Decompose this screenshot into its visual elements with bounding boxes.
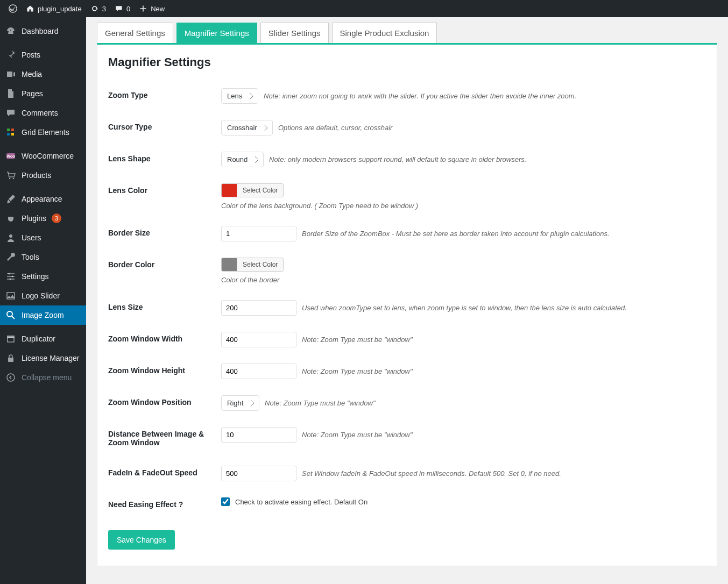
page-icon bbox=[5, 88, 16, 99]
sidebar-item-products[interactable]: Products bbox=[0, 166, 86, 185]
color-picker-border[interactable]: Select Color bbox=[221, 258, 284, 272]
wordpress-icon bbox=[9, 4, 17, 13]
sidebar-item-label: Posts bbox=[22, 51, 40, 59]
sidebar-item-image-zoom[interactable]: Image Zoom bbox=[0, 305, 86, 325]
input-fade-speed[interactable] bbox=[221, 466, 296, 481]
sidebar-item-duplicator[interactable]: Duplicator bbox=[0, 329, 86, 348]
select-zoom-type[interactable]: Lens bbox=[222, 89, 258, 103]
svg-rect-1 bbox=[7, 129, 10, 131]
sidebar-item-dashboard[interactable]: Dashboard bbox=[0, 22, 86, 41]
sidebar-item-license-manager[interactable]: License Manager bbox=[0, 348, 86, 368]
label-distance: Distance Between Image & Zoom Window bbox=[108, 419, 216, 458]
save-button[interactable]: Save Changes bbox=[108, 530, 175, 550]
select-window-position[interactable]: Right bbox=[222, 396, 259, 410]
woocommerce-icon: Woo bbox=[5, 151, 16, 161]
admin-menu: Dashboard Posts Media Pages Comments Gri… bbox=[0, 17, 86, 584]
sidebar-item-woocommerce[interactable]: Woo WooCommerce bbox=[0, 146, 86, 166]
note-lens-shape: Note: only modern browsers support round… bbox=[269, 155, 526, 163]
sidebar-item-settings[interactable]: Settings bbox=[0, 267, 86, 286]
note-lens-color: Color of the lens background. ( Zoom Typ… bbox=[221, 202, 701, 210]
sidebar-item-media[interactable]: Media bbox=[0, 65, 86, 84]
input-window-width[interactable] bbox=[221, 332, 296, 347]
sidebar-item-comments[interactable]: Comments bbox=[0, 103, 86, 123]
tab-exclusion[interactable]: Single Product Exclusion bbox=[332, 23, 437, 43]
note-lens-size: Used when zoomType set to lens, when zoo… bbox=[302, 304, 627, 312]
label-cursor-type: Cursor Type bbox=[108, 112, 216, 144]
lock-icon bbox=[5, 353, 16, 364]
sidebar-item-tools[interactable]: Tools bbox=[0, 247, 86, 267]
main-content: General Settings Magnifier Settings Slid… bbox=[86, 17, 728, 584]
svg-rect-4 bbox=[11, 133, 14, 136]
label-zoom-type: Zoom Type bbox=[108, 80, 216, 112]
svg-point-18 bbox=[7, 374, 15, 381]
comment-icon bbox=[115, 4, 123, 13]
update-icon bbox=[90, 4, 99, 13]
sidebar-item-label: Duplicator bbox=[22, 334, 55, 343]
svg-rect-2 bbox=[11, 129, 14, 131]
user-icon bbox=[5, 232, 16, 243]
svg-point-8 bbox=[13, 178, 15, 180]
updates-link[interactable]: 3 bbox=[86, 4, 110, 13]
sidebar-item-users[interactable]: Users bbox=[0, 228, 86, 247]
sidebar-item-posts[interactable]: Posts bbox=[0, 45, 86, 65]
svg-point-10 bbox=[9, 273, 10, 275]
sidebar-item-logo-slider[interactable]: Logo Slider bbox=[0, 286, 86, 305]
plug-icon bbox=[5, 213, 16, 224]
tab-magnifier[interactable]: Magnifier Settings bbox=[176, 23, 257, 43]
input-lens-size[interactable] bbox=[221, 300, 296, 316]
input-distance[interactable] bbox=[221, 427, 296, 443]
home-icon bbox=[26, 4, 34, 13]
sidebar-item-label: Tools bbox=[22, 253, 39, 261]
input-window-height[interactable] bbox=[221, 364, 296, 379]
note-border-size: Border Size of the ZoomBox - Must be set… bbox=[302, 230, 610, 238]
select-lens-shape[interactable]: Round bbox=[222, 152, 263, 167]
checkbox-easing[interactable] bbox=[221, 497, 230, 506]
wp-logo[interactable] bbox=[4, 4, 22, 13]
sliders-icon bbox=[5, 271, 16, 282]
sidebar-item-label: License Manager bbox=[22, 354, 79, 362]
comments-link[interactable]: 0 bbox=[110, 4, 135, 13]
page-title: Magnifier Settings bbox=[108, 55, 706, 69]
note-easing: Check to activate easing effect. Default… bbox=[235, 498, 367, 506]
collapse-icon bbox=[5, 372, 16, 383]
svg-rect-13 bbox=[7, 293, 15, 299]
tab-general[interactable]: General Settings bbox=[97, 23, 173, 43]
svg-text:Woo: Woo bbox=[6, 154, 15, 158]
sidebar-item-plugins[interactable]: Plugins 3 bbox=[0, 209, 86, 228]
dashboard-icon bbox=[5, 26, 16, 37]
sidebar-item-appearance[interactable]: Appearance bbox=[0, 189, 86, 209]
svg-point-7 bbox=[9, 178, 11, 180]
updates-count: 3 bbox=[102, 5, 106, 13]
svg-point-9 bbox=[9, 234, 12, 238]
sidebar-item-label: Users bbox=[22, 233, 41, 242]
tab-slider[interactable]: Slider Settings bbox=[260, 23, 329, 43]
sidebar-item-label: Logo Slider bbox=[22, 291, 60, 300]
admin-toolbar: plugin_update 3 0 New bbox=[0, 0, 728, 17]
site-name-link[interactable]: plugin_update bbox=[22, 4, 86, 13]
note-zoom-type: Note: inner zoom not going to work with … bbox=[264, 92, 576, 100]
label-fade-speed: FadeIn & FadeOut Speed bbox=[108, 458, 216, 489]
sidebar-item-label: Plugins bbox=[22, 214, 46, 223]
sidebar-item-label: Settings bbox=[22, 272, 49, 281]
label-window-position: Zoom Window Position bbox=[108, 387, 216, 419]
new-content-link[interactable]: New bbox=[135, 4, 169, 13]
wrench-icon bbox=[5, 252, 16, 262]
sidebar-item-grid-elements[interactable]: Grid Elements bbox=[0, 123, 86, 142]
sidebar-item-label: Products bbox=[22, 171, 51, 180]
sidebar-item-label: Comments bbox=[22, 109, 58, 117]
sidebar-item-label: Grid Elements bbox=[22, 128, 69, 137]
cart-icon bbox=[5, 170, 16, 181]
label-lens-color: Lens Color bbox=[108, 175, 216, 218]
archive-icon bbox=[5, 333, 16, 344]
comment-icon bbox=[5, 108, 16, 118]
note-border-color: Color of the border bbox=[221, 276, 701, 284]
sidebar-item-pages[interactable]: Pages bbox=[0, 84, 86, 103]
svg-point-11 bbox=[12, 276, 13, 277]
select-cursor-type[interactable]: Crosshair bbox=[222, 120, 272, 135]
media-icon bbox=[5, 69, 16, 80]
input-border-size[interactable] bbox=[221, 226, 296, 241]
collapse-menu[interactable]: Collapse menu bbox=[0, 368, 86, 387]
site-name: plugin_update bbox=[38, 5, 82, 13]
svg-rect-3 bbox=[7, 133, 10, 136]
color-picker-lens[interactable]: Select Color bbox=[221, 183, 284, 197]
